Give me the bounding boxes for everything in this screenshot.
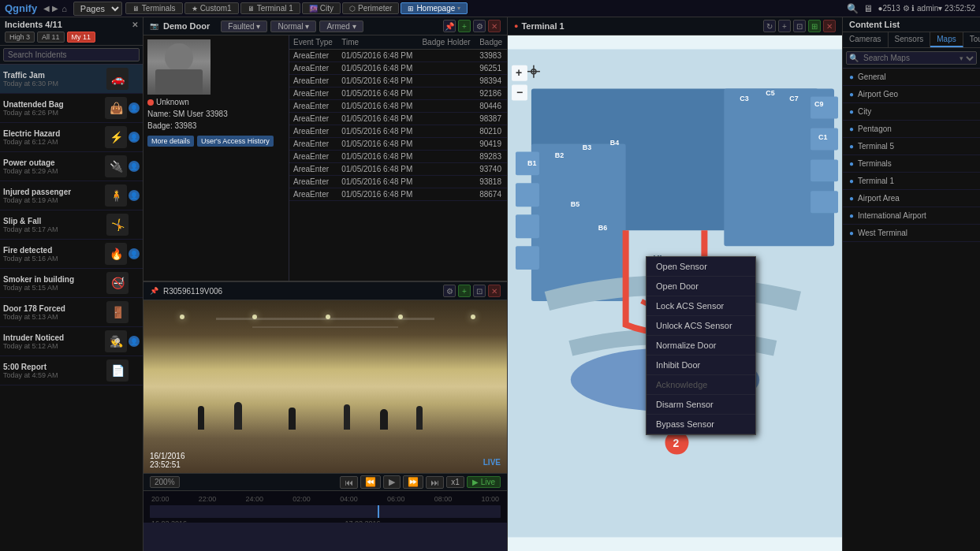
monitor-icon[interactable]: 🖥 — [863, 3, 873, 14]
expand-btn[interactable]: + — [458, 20, 471, 32]
content-item-3[interactable]: ● Pentagon — [843, 121, 980, 138]
content-item-2[interactable]: ● City — [843, 103, 980, 121]
content-tab-cameras[interactable]: Cameras — [843, 32, 889, 47]
incident-item-4[interactable]: Injured passenger Today at 5:19 AM 🧍 👤 — [0, 181, 143, 210]
timeline-track[interactable]: 20:0022:0024:0002:0004:0006:0008:0010:00… — [143, 491, 507, 523]
content-list-header: Content List — [843, 17, 980, 32]
cam-close[interactable]: ✕ — [488, 285, 501, 297]
incident-item-0[interactable]: Traffic Jam Today at 6:30 PM 🚗 — [0, 65, 143, 94]
terminal-fullscreen[interactable]: ⊡ — [793, 20, 806, 32]
content-item-7[interactable]: ● Airport Area — [843, 190, 980, 207]
event-row-9[interactable]: AreaEnter 01/05/2016 6:48 PM 93740 — [289, 163, 507, 176]
content-tab-tours[interactable]: Tours — [963, 32, 980, 47]
event-row-0[interactable]: AreaEnter 01/05/2016 6:48 PM 33983 — [289, 50, 507, 62]
svg-rect-6 — [516, 214, 539, 238]
event-row-2[interactable]: AreaEnter 01/05/2016 6:48 PM 98394 — [289, 75, 507, 87]
terminal-refresh[interactable]: ↻ — [763, 20, 776, 32]
timeline-forward-btn[interactable]: ⏩ — [403, 475, 423, 489]
content-item-4[interactable]: ● Terminal 5 — [843, 138, 980, 155]
incident-item-10[interactable]: 5:00 Report Today at 4:59 AM 📄 — [0, 356, 143, 385]
incident-item-3[interactable]: Power outage Today at 5:29 AM 🔌 👤 — [0, 152, 143, 181]
svg-rect-3 — [531, 143, 626, 301]
event-row-3[interactable]: AreaEnter 01/05/2016 6:48 PM 92186 — [289, 87, 507, 100]
normal-btn[interactable]: Normal ▾ — [270, 20, 316, 32]
timeline-rewind-btn[interactable]: ⏪ — [360, 475, 381, 489]
content-item-8[interactable]: ● International Airport — [843, 207, 980, 225]
content-search-input[interactable] — [861, 52, 956, 64]
incident-item-5[interactable]: Slip & Fall Today at 5:17 AM 🤸 — [0, 210, 143, 240]
terminal-map[interactable]: B1 B2 B3 B4 B5 B6 C3 C5 C7 C9 C1 LL UL — [508, 35, 842, 551]
content-item-9[interactable]: ● West Terminal — [843, 225, 980, 242]
content-tab-maps[interactable]: Maps — [930, 32, 963, 47]
incidents-list: Traffic Jam Today at 6:30 PM 🚗 Unattende… — [0, 65, 143, 551]
ctx-inhibit-door[interactable]: Inhibit Door — [647, 356, 755, 375]
settings-btn[interactable]: ⚙ — [473, 20, 486, 32]
tab-city[interactable]: 🌆 City — [302, 2, 341, 14]
terminal-add[interactable]: + — [778, 20, 791, 32]
ctx-bypass-sensor[interactable]: Bypass Sensor — [647, 415, 755, 434]
faulted-btn[interactable]: Faulted ▾ — [221, 20, 267, 32]
nav-back[interactable]: ◀ — [43, 4, 50, 13]
nav-forward[interactable]: ▶ — [52, 4, 58, 13]
incident-item-9[interactable]: Intruder Noticed Today at 5:12 AM 🕵 👤 — [0, 327, 143, 356]
timeline-next-btn[interactable]: ⏭ — [426, 476, 444, 489]
cam-settings[interactable]: ⚙ — [443, 285, 456, 297]
incidents-close[interactable]: ✕ — [132, 20, 138, 29]
armed-btn[interactable]: Armed ▾ — [319, 20, 363, 32]
content-item-0[interactable]: ● General — [843, 69, 980, 86]
more-details-btn[interactable]: More details — [147, 136, 194, 147]
pin-btn[interactable]: 📌 — [443, 20, 456, 32]
filter-my[interactable]: My 11 — [67, 32, 96, 43]
timeline-controls: 200% ⏮ ⏪ ▶ ⏩ ⏭ x1 ▶ Live — [143, 474, 507, 491]
door-toolbar: 📷 Demo Door Faulted ▾ Normal ▾ Armed ▾ 📌… — [143, 17, 507, 35]
ctx-open-sensor[interactable]: Open Sensor — [647, 257, 755, 277]
search-icon[interactable]: 🔍 — [847, 3, 859, 14]
terminal-expand[interactable]: ⊞ — [808, 20, 821, 32]
content-item-6[interactable]: ● Terminal 1 — [843, 173, 980, 190]
content-tab-sensors[interactable]: Sensors — [889, 32, 931, 47]
event-row-8[interactable]: AreaEnter 01/05/2016 6:48 PM 89283 — [289, 151, 507, 163]
terminal-close[interactable]: ✕ — [823, 20, 836, 32]
access-history-btn[interactable]: User's Access History — [197, 136, 274, 147]
event-row-4[interactable]: AreaEnter 01/05/2016 6:48 PM 80446 — [289, 100, 507, 113]
door-close-btn[interactable]: ✕ — [488, 20, 501, 32]
tab-custom1[interactable]: ★ Custom1 — [184, 2, 239, 14]
svg-text:C3: C3 — [740, 95, 748, 102]
timeline-live-btn[interactable]: ▶ Live — [467, 476, 501, 488]
ctx-disarm-sensor[interactable]: Disarm Sensor — [647, 395, 755, 415]
timeline-bar[interactable] — [150, 505, 501, 518]
tab-city-label: City — [320, 4, 333, 13]
event-row-5[interactable]: AreaEnter 01/05/2016 6:48 PM 98387 — [289, 113, 507, 125]
filter-high[interactable]: High 3 — [5, 32, 35, 43]
incident-item-1[interactable]: Unattended Bag Today at 6:26 PM 👜 👤 — [0, 94, 143, 123]
cam-expand[interactable]: + — [458, 285, 471, 297]
incident-item-2[interactable]: Electric Hazard Today at 6:12 AM ⚡ 👤 — [0, 123, 143, 152]
ctx-open-door[interactable]: Open Door — [647, 277, 755, 296]
incident-item-6[interactable]: Fire detected Today at 5:16 AM 🔥 👤 — [0, 240, 143, 269]
content-item-5[interactable]: ● Terminals — [843, 155, 980, 173]
event-row-11[interactable]: AreaEnter 01/05/2016 6:48 PM 88674 — [289, 188, 507, 201]
filter-all[interactable]: All 11 — [37, 32, 65, 43]
event-row-10[interactable]: AreaEnter 01/05/2016 6:48 PM 93818 — [289, 176, 507, 188]
pages-dropdown[interactable]: Pages — [73, 2, 122, 16]
content-search-dropdown[interactable]: ▾ — [956, 54, 976, 63]
timeline-prev-btn[interactable]: ⏮ — [340, 476, 358, 489]
tab-perimeter[interactable]: ⬡ Perimeter — [342, 2, 399, 14]
timeline-play-btn[interactable]: ▶ — [383, 475, 401, 489]
home-icon[interactable]: ⌂ — [61, 4, 67, 13]
incident-item-7[interactable]: Smoker in building Today at 5:15 AM 🚭 — [0, 269, 143, 298]
tab-terminals[interactable]: 🖥 Terminals — [125, 2, 183, 14]
zoom-control[interactable]: 200% — [150, 476, 180, 488]
ctx-unlock-acs[interactable]: Unlock ACS Sensor — [647, 316, 755, 336]
search-incidents-input[interactable] — [3, 48, 140, 61]
tab-terminal1[interactable]: 🖥 Terminal 1 — [240, 2, 300, 14]
tab-homepage[interactable]: ⊞ Homepage ▾ — [401, 2, 468, 14]
cam-screen[interactable]: ⊡ — [473, 285, 486, 297]
event-row-1[interactable]: AreaEnter 01/05/2016 6:48 PM 96251 — [289, 62, 507, 75]
ctx-lock-acs[interactable]: Lock ACS Sensor — [647, 296, 755, 316]
event-row-7[interactable]: AreaEnter 01/05/2016 6:48 PM 90419 — [289, 138, 507, 151]
ctx-normalize-door[interactable]: Normalize Door — [647, 336, 755, 356]
event-row-6[interactable]: AreaEnter 01/05/2016 6:48 PM 80210 — [289, 125, 507, 138]
content-item-1[interactable]: ● Airport Geo — [843, 86, 980, 103]
incident-item-8[interactable]: Door 178 Forced Today at 5:13 AM 🚪 — [0, 298, 143, 327]
